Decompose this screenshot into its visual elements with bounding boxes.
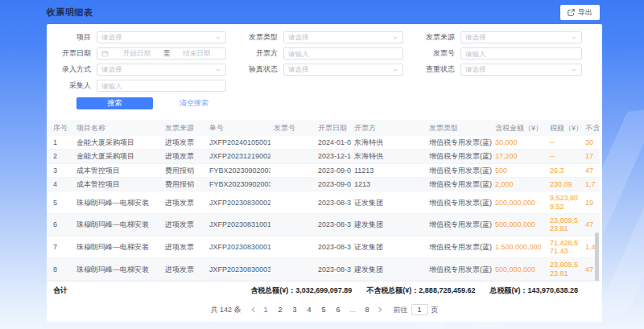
table-cell: 500 [492,163,547,177]
table-cell: 17,200 [492,150,547,163]
table-cell: 47 [582,163,600,177]
goto-suffix: 页 [431,305,439,315]
table-cell: 30 [582,136,600,150]
filter-input[interactable] [460,47,582,60]
table-cell: 6 [47,214,73,236]
page-number[interactable]: 4 [304,306,315,314]
table-cell: 1 [47,136,73,150]
text-input[interactable] [288,50,398,58]
table-cell: 增值税专用发票(蓝) [426,136,492,150]
summary-item-label: 含税总额(¥)： [250,286,295,294]
goto-page-input[interactable] [411,304,428,315]
table-cell: 珠穆朗玛峰—电梯安装 [73,236,162,258]
page-number[interactable]: 1 [261,306,271,314]
filter-select[interactable]: 请选择 [97,64,226,76]
table-cell: 17 [582,150,600,163]
export-button[interactable]: 导出 [560,5,600,20]
search-button[interactable]: 搜索 [76,97,153,109]
table-cell: 2,000 [492,178,547,191]
filter-select[interactable]: 请选择 [283,31,403,43]
table-header-row: 序号项目名称发票来源单号发票号开票日期开票方发票类型含税金额（¥）税额（¥）不含… [47,120,600,136]
column-header: 项目名称 [73,120,162,136]
summary-label: 合计 [53,286,68,296]
select-placeholder: 请选择 [288,33,309,43]
table-cell: 增值税专用发票(蓝) [426,191,492,214]
filter-select[interactable]: 请选择 [283,64,403,76]
table-cell [270,191,315,214]
table-cell: 23,809,523.81 [547,258,582,281]
invoice-table: 序号项目名称发票来源单号发票号开票日期开票方发票类型含税金额（¥）税额（¥）不含… [47,120,600,281]
table-cell [270,178,315,191]
filter-actions: 搜索 清空搜索 [76,97,602,109]
table-cell: 东海特供 [351,150,426,163]
export-button-label: 导出 [578,7,592,18]
table-row: 1金能大厦采购项目进项发票JXFP202401050012024-01-05东海… [47,136,600,150]
top-bar: 收票明细表 导出 [47,0,600,24]
page-number[interactable]: 8 [362,306,373,314]
table-cell: 2023-12-19 [315,150,351,163]
text-input[interactable] [101,82,221,90]
table-cell [270,163,315,177]
select-placeholder: 请选择 [101,65,122,75]
table-cell: 200,000,000 [492,191,547,214]
table-cell: 增值税专用发票(蓝) [426,178,492,191]
text-input[interactable] [465,50,577,58]
table-cell: 建发集团 [351,214,426,236]
export-icon [568,9,575,16]
filter-select[interactable]: 请选择 [460,31,582,43]
vertical-scrollbar-thumb[interactable] [595,232,599,281]
date-range-picker[interactable]: 开始日期至结束日期 [97,47,226,60]
table-cell: 1,500,000,000 [492,236,547,258]
filter-label: 开票方 [237,48,283,59]
column-header: 发票号 [270,120,315,136]
chevron-left-icon[interactable] [250,306,257,313]
page-number[interactable]: 3 [290,306,300,314]
table-cell: 500,000,000 [492,258,547,281]
summary-totals: 含税总额(¥)：3,032,699,097.89不含税总额(¥)：2,888,7… [250,286,578,296]
filter-select[interactable]: 请选择 [460,64,582,76]
calendar-icon [101,50,112,57]
table-cell: 230.09 [547,178,582,191]
table-cell: 2023-08-30 [315,258,351,281]
filter-field: 发票号 [415,47,593,60]
filter-input[interactable] [283,47,403,60]
page-ellipsis: ... [348,306,358,314]
column-header: 不含税金额（¥） [582,120,600,136]
filter-form: 项目请选择发票类型请选择发票来源请选择开票日期开始日期至结束日期开票方发票号录入… [47,24,602,92]
table-cell: 金能大厦采购项目 [73,150,162,163]
filter-input[interactable] [97,80,226,92]
table-row: 4成本管控项目费用报销FYBX202309020032023-09-041213… [47,178,600,191]
table-cell: JXFP20230831001 [206,214,270,236]
summary-item-value: 143,970,638.28 [527,286,578,294]
table-cell: 进项发票 [162,258,206,281]
page-number[interactable]: 2 [275,306,286,314]
filter-field: 开票方 [237,47,415,60]
filter-select[interactable]: 请选择 [97,31,226,43]
date-separator: 至 [162,49,172,59]
table-cell: 珠穆朗玛峰—电梯安装 [73,191,162,214]
table-cell [270,236,315,258]
invoice-table-wrap: 序号项目名称发票来源单号发票号开票日期开票方发票类型含税金额（¥）税额（¥）不含… [47,120,600,281]
page-number[interactable]: 6 [333,306,344,314]
table-cell: 8 [47,258,73,281]
table-row: 5珠穆朗玛峰—电梯安装进项发票JXFP202308300022023-08-31… [47,191,600,214]
table-cell: JXFP20240105001 [206,136,270,150]
table-cell [270,136,315,150]
summary-item-value: 2,888,728,459.62 [419,286,475,294]
column-header: 发票类型 [426,120,492,136]
chevron-right-icon[interactable] [377,306,383,313]
table-cell: 增值税专用发票(蓝) [426,236,492,258]
table-cell: 2023-09-04 [315,178,351,191]
table-cell: 11213 [351,163,426,177]
table-cell: 进项发票 [162,214,206,236]
start-date-placeholder: 开始日期 [112,49,162,59]
table-cell: 26.3 [547,163,582,177]
table-cell: 证发集团 [351,191,426,214]
column-header: 发票来源 [162,120,206,136]
pagination-bar: 共 142 条 123456...8 前往 页 [47,300,602,319]
table-cell: 证发集团 [351,236,426,258]
pagination-total: 共 142 条 [210,305,241,315]
summary-item-value: 3,032,699,097.89 [295,286,352,294]
clear-search-button[interactable]: 清空搜索 [180,98,208,109]
page-number[interactable]: 5 [319,306,329,314]
